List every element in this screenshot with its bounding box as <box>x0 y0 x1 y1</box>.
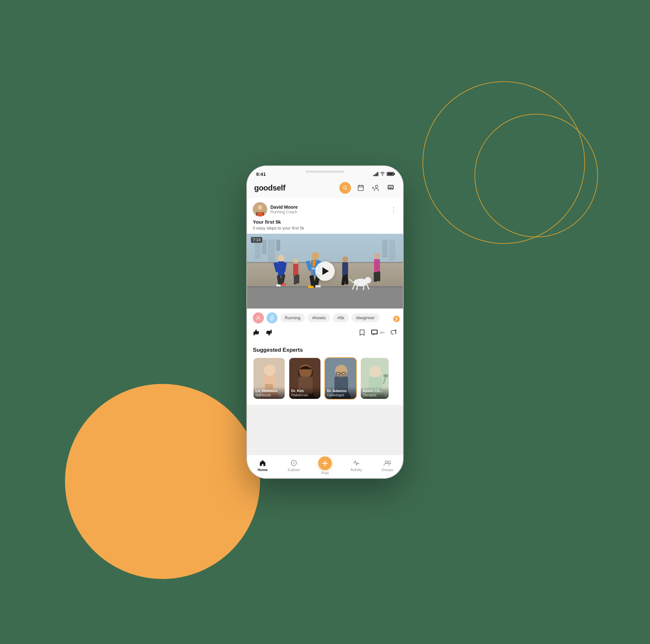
svg-point-42 <box>257 316 259 318</box>
signal-icon <box>373 172 378 176</box>
svg-rect-30 <box>345 274 349 284</box>
app-header: goodself <box>247 179 403 198</box>
tag-person-button[interactable] <box>253 312 264 323</box>
svg-point-59 <box>369 366 381 378</box>
expert-role-austin: Therapist <box>363 393 387 397</box>
nav-label-post: Post <box>321 471 329 475</box>
comment-button[interactable]: 99+ <box>371 329 385 336</box>
video-timestamp: 7:14 <box>251 237 262 243</box>
svg-point-63 <box>293 462 294 464</box>
tag-running[interactable]: Running <box>280 313 305 322</box>
nav-item-post[interactable]: Post <box>310 458 340 476</box>
calendar-button[interactable] <box>356 183 366 193</box>
play-button[interactable] <box>315 261 335 281</box>
svg-point-32 <box>365 277 371 284</box>
svg-rect-24 <box>293 264 298 276</box>
bottom-nav: Home Explore <box>247 455 403 478</box>
header-icons <box>339 182 396 194</box>
tags-row: Running #howto #5k #beginner <box>247 309 403 327</box>
message-button[interactable] <box>386 183 396 193</box>
tag-beginner[interactable]: #beginner <box>351 313 379 322</box>
svg-rect-11 <box>276 284 281 286</box>
svg-rect-15 <box>313 260 315 266</box>
expert-name-kim: Dr. Kim <box>291 389 319 393</box>
svg-point-38 <box>374 253 380 259</box>
post-user: David Moore Running Coach <box>253 202 298 216</box>
svg-line-34 <box>357 285 358 290</box>
expert-name-austin: Austin Ch... <box>363 389 387 393</box>
add-friend-button[interactable] <box>370 183 381 193</box>
expert-name-liz: Liz Simmons <box>255 389 283 393</box>
svg-point-23 <box>293 258 298 264</box>
nav-label-explore: Explore <box>288 468 300 472</box>
explore-icon <box>290 459 298 467</box>
post-header: David Moore Running Coach ⋮ <box>247 198 403 219</box>
svg-rect-21 <box>315 285 321 287</box>
suggested-experts-title: Suggested Experts <box>247 342 403 357</box>
svg-point-64 <box>385 461 387 463</box>
comment-count: 99+ <box>380 331 385 334</box>
wifi-icon <box>380 171 385 177</box>
avatar[interactable] <box>253 202 267 216</box>
svg-point-4 <box>258 205 262 210</box>
action-left <box>253 329 273 336</box>
video-thumbnail[interactable]: 1009 <box>247 234 403 309</box>
svg-line-35 <box>363 285 364 290</box>
action-right: 99+ <box>358 329 397 336</box>
post-button[interactable] <box>318 457 332 470</box>
expert-role-adamos: Cardiologist <box>327 393 354 397</box>
phone-screen: 9:41 <box>247 166 403 478</box>
action-row: 99+ <box>247 327 403 342</box>
user-role: Running Coach <box>270 210 298 214</box>
expert-role-liz: Nutritionist <box>255 393 283 397</box>
expert-card-adamos[interactable]: Dr. Adamos Cardiologist <box>324 357 357 399</box>
svg-point-13 <box>311 252 319 260</box>
post-subtitle: 5 easy steps to your first 5k <box>247 226 403 234</box>
svg-point-65 <box>388 461 390 463</box>
svg-rect-40 <box>374 272 377 282</box>
share-button[interactable] <box>390 329 397 336</box>
user-name: David Moore <box>270 205 298 210</box>
expert-name-adamos: Dr. Adamos <box>327 389 354 393</box>
svg-rect-12 <box>282 284 286 285</box>
svg-rect-25 <box>294 275 297 284</box>
svg-rect-26 <box>296 274 299 284</box>
phone-notch <box>305 171 345 173</box>
groups-icon <box>384 459 391 467</box>
more-options-button[interactable]: ⋮ <box>390 206 397 213</box>
feed: David Moore Running Coach ⋮ Your first 5… <box>247 198 403 455</box>
post-title: Your first 5k <box>247 219 403 226</box>
nav-item-explore[interactable]: Explore <box>278 458 310 476</box>
nav-item-activity[interactable]: Activity <box>340 458 372 476</box>
tag-howto[interactable]: #howto <box>308 313 330 322</box>
svg-point-61 <box>383 374 388 378</box>
search-button[interactable] <box>339 182 351 194</box>
svg-rect-20 <box>308 286 314 288</box>
activity-icon <box>352 459 360 467</box>
expert-card-kim[interactable]: Dr. Kim Pediatrician <box>289 357 321 399</box>
svg-line-36 <box>367 284 369 289</box>
home-icon <box>259 459 266 467</box>
bg-decoration-circle-2 <box>474 114 598 237</box>
nav-item-groups[interactable]: Groups <box>372 458 403 476</box>
svg-rect-1 <box>358 185 364 190</box>
app-logo: goodself <box>254 183 285 192</box>
svg-rect-39 <box>374 259 380 273</box>
tag-link-button[interactable] <box>266 312 278 323</box>
post-card: David Moore Running Coach ⋮ Your first 5… <box>247 198 403 405</box>
phone-mockup: 9:41 <box>247 166 403 478</box>
dislike-button[interactable] <box>264 329 273 336</box>
nav-label-activity: Activity <box>351 468 362 472</box>
svg-rect-43 <box>371 330 377 333</box>
expert-card-austin[interactable]: Austin Ch... Therapist <box>360 357 389 399</box>
expert-card-liz[interactable]: Liz Simmons Nutritionist <box>253 357 285 399</box>
nav-label-home: Home <box>258 468 268 472</box>
status-time: 9:41 <box>256 171 266 177</box>
tag-5k[interactable]: #5k <box>333 313 349 322</box>
svg-point-5 <box>278 255 284 261</box>
bookmark-button[interactable] <box>358 329 366 336</box>
svg-rect-28 <box>342 262 348 276</box>
nav-item-home[interactable]: Home <box>247 458 278 476</box>
svg-rect-41 <box>377 272 380 281</box>
like-button[interactable] <box>253 329 261 336</box>
